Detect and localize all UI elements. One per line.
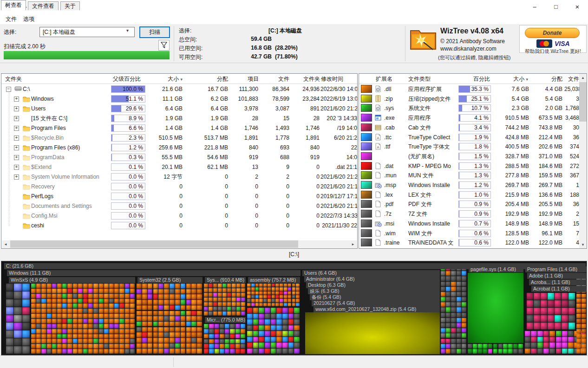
treemap-tile[interactable] [537,331,543,336]
treemap-tile[interactable] [288,349,294,354]
treemap-tile[interactable] [218,288,222,292]
treemap-tile[interactable] [282,308,288,313]
treemap-tile[interactable] [181,322,186,327]
treemap-tile[interactable] [241,284,245,288]
treemap-tile[interactable] [218,293,222,297]
treemap-tile[interactable] [170,316,175,321]
treemap-tile[interactable] [441,302,445,307]
treemap-tile[interactable] [446,276,451,281]
treemap-label[interactable]: pagefile.sys (1.4 GB) [469,266,523,272]
treemap-tile[interactable] [468,349,472,354]
treemap-tile[interactable] [36,349,41,354]
treemap-tile[interactable] [265,314,270,319]
treemap-tile[interactable] [222,293,227,297]
treemap-tile[interactable] [518,344,523,349]
treemap-tile[interactable] [93,303,98,308]
ext-column-header-1[interactable]: 文件类型 [408,74,455,84]
treemap-tile[interactable] [209,284,213,288]
treemap-tile[interactable] [31,324,36,329]
treemap-tile[interactable] [292,284,296,287]
treemap-tile[interactable] [462,271,466,276]
treemap-tile[interactable] [88,329,93,334]
treemap-tile[interactable] [181,300,186,305]
treemap-tile[interactable] [57,334,62,339]
treemap-tile[interactable] [36,339,41,343]
treemap-tile[interactable] [170,343,175,349]
treemap-tile[interactable] [197,327,202,332]
treemap-tile[interactable] [537,349,543,354]
treemap-tile[interactable] [581,324,586,329]
treemap-tile[interactable] [197,311,202,316]
treemap-tile[interactable] [225,324,229,329]
treemap-tile[interactable] [158,327,163,332]
treemap-tile[interactable] [104,329,109,334]
treemap-tile[interactable] [236,302,241,306]
treemap-tile[interactable] [457,302,461,307]
treemap-tile[interactable] [137,311,142,316]
treemap-tile[interactable] [451,349,456,354]
treemap-tile[interactable] [137,322,142,327]
treemap-tile[interactable] [186,294,191,299]
treemap-tile[interactable] [104,334,109,339]
treemap-tile[interactable] [204,284,208,288]
combo-dropdown-icon[interactable]: ▾ [126,28,129,33]
treemap-tile[interactable] [181,316,186,321]
treemap-tile[interactable] [99,319,104,323]
treemap-tile[interactable] [218,302,222,306]
treemap-tile[interactable] [88,299,93,303]
treemap-tile[interactable] [296,303,300,306]
treemap-tile[interactable] [52,329,57,334]
treemap-tile[interactable] [181,305,186,310]
treemap-tile[interactable] [104,314,109,318]
treemap-tile[interactable] [41,303,46,308]
treemap-tile[interactable] [457,276,461,281]
treemap-tile[interactable] [88,319,93,323]
treemap-tile[interactable] [88,294,93,298]
treemap-tile[interactable] [209,288,213,292]
treemap-tile[interactable] [541,315,547,322]
treemap-tile[interactable] [441,282,445,286]
treemap-tile[interactable] [271,342,276,348]
treemap-tile[interactable] [253,325,259,331]
treemap-tile[interactable] [47,314,52,318]
treemap-tile[interactable] [581,319,586,323]
treemap-tile[interactable] [130,299,135,303]
treemap-tile[interactable] [213,293,217,297]
treemap-tile[interactable] [247,342,253,348]
treemap-tile[interactable] [222,288,227,292]
treemap-tile[interactable] [247,284,251,287]
treemap-tile[interactable] [451,328,456,333]
treemap-tile[interactable] [62,294,67,298]
treemap-tile[interactable] [67,319,72,323]
scroll-right-icon[interactable]: ▸ [349,240,357,248]
treemap-tile[interactable] [191,343,196,349]
treemap-tile[interactable] [225,329,229,334]
treemap-tile[interactable] [220,324,224,329]
treemap-tile[interactable] [209,329,214,334]
treemap-tile[interactable] [213,288,217,292]
treemap-tile[interactable] [236,311,241,316]
treemap-tile[interactable] [232,284,236,288]
treemap-tile[interactable] [218,311,222,316]
treemap-tile[interactable] [549,349,555,354]
treemap-tile[interactable] [125,309,130,313]
treemap-tile[interactable] [241,324,245,329]
treemap-tile[interactable] [253,342,259,348]
treemap-tile[interactable] [137,327,142,332]
treemap-tile[interactable] [83,299,88,303]
tree-row[interactable]: −C:\100.0 %21.6 GB16.7 GB111,30086,36424… [1,84,357,94]
treemap-tile[interactable] [232,293,236,297]
treemap-tile[interactable] [109,324,114,329]
treemap-tile[interactable] [555,323,561,329]
treemap-tile[interactable] [534,308,540,315]
tree-expander-icon[interactable]: − [6,87,11,92]
treemap-tile[interactable] [478,344,483,349]
treemap-tile[interactable] [251,295,255,298]
treemap-tile[interactable] [137,305,142,310]
treemap-tile[interactable] [93,309,98,313]
treemap-tile[interactable] [170,349,175,354]
treemap-tile[interactable] [576,314,581,318]
treemap-tile[interactable] [114,319,119,323]
treemap-tile[interactable] [14,315,21,323]
treemap-tile[interactable] [158,316,163,321]
